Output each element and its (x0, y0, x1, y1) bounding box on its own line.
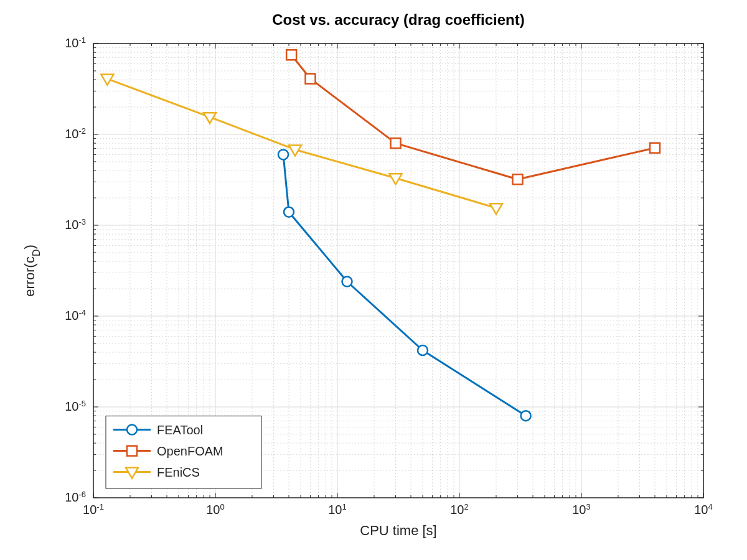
svg-rect-297 (513, 174, 523, 184)
series-openfoam (286, 50, 660, 184)
legend-entry: FEATool (157, 423, 203, 437)
svg-text:10-1: 10-1 (65, 35, 86, 50)
chart-title: Cost vs. accuracy (drag coefficient) (272, 11, 524, 28)
svg-point-306 (127, 425, 137, 435)
svg-text:error(cD): error(cD) (22, 245, 42, 297)
svg-point-290 (284, 207, 294, 217)
svg-text:103: 103 (572, 502, 590, 517)
y-axis-label: error(cD) (22, 245, 42, 297)
svg-rect-295 (306, 74, 316, 84)
svg-text:102: 102 (450, 502, 468, 517)
series-featool (278, 149, 531, 421)
svg-text:101: 101 (328, 502, 346, 517)
series-fenics (101, 75, 502, 215)
svg-text:10-6: 10-6 (65, 490, 86, 505)
svg-rect-296 (391, 138, 401, 148)
chart-svg: 10-110010110210310410-610-510-410-310-21… (0, 0, 747, 560)
svg-point-289 (278, 149, 288, 159)
svg-text:10-1: 10-1 (83, 502, 104, 517)
legend-entry: OpenFOAM (157, 444, 223, 458)
svg-rect-298 (650, 143, 660, 153)
svg-text:104: 104 (694, 502, 712, 517)
svg-marker-303 (490, 203, 502, 214)
svg-text:10-3: 10-3 (65, 217, 86, 232)
svg-rect-294 (286, 50, 296, 60)
svg-point-292 (418, 345, 428, 355)
svg-text:100: 100 (206, 502, 224, 517)
svg-text:10-4: 10-4 (65, 308, 86, 323)
svg-text:10-5: 10-5 (65, 399, 86, 414)
svg-point-293 (521, 411, 531, 421)
x-axis-label: CPU time [s] (360, 523, 436, 538)
legend-entry: FEniCS (157, 465, 200, 479)
chart-container: 10-110010110210310410-610-510-410-310-21… (0, 0, 747, 560)
svg-point-291 (342, 276, 352, 286)
legend: FEAToolOpenFOAMFEniCS (106, 416, 261, 488)
svg-text:10-2: 10-2 (65, 126, 86, 141)
svg-rect-308 (127, 446, 137, 456)
